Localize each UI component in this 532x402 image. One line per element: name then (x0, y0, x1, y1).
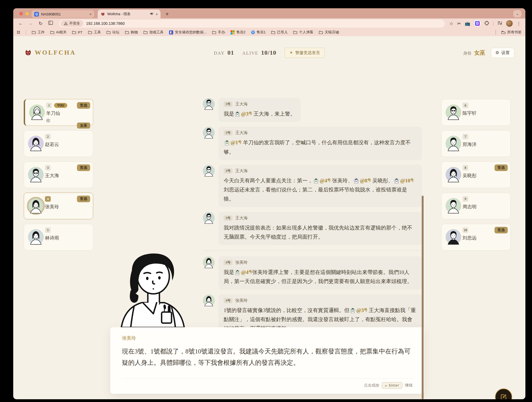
bookmark-item[interactable]: 手办 (212, 30, 225, 35)
continue-hint-suffix[interactable]: 继续 (405, 383, 413, 388)
identity-role: 女巫 (474, 49, 485, 57)
player-card-3[interactable]: 3王大海竞选 (24, 161, 93, 188)
bookmark-item[interactable]: 工作 (32, 30, 45, 35)
bookmark-item[interactable]: PT (72, 30, 82, 34)
player-name: 羊刀仙 (46, 110, 90, 116)
speech-dialog[interactable]: 张美玲 現在3號、1號都說了，8號10號還沒發言。我建議今天先聽完所有人，觀察發… (110, 327, 424, 394)
back-button[interactable]: ← (17, 21, 25, 26)
new-tab-button[interactable]: + (165, 11, 169, 17)
message-author: 张美玲 (235, 298, 248, 303)
player-name: 吴晓彤 (463, 172, 507, 179)
dialog-speaker-name: 张美玲 (122, 335, 413, 341)
chat-scrollbar[interactable] (422, 196, 424, 399)
seat-badge: 4号 (224, 260, 232, 265)
tab-search-button[interactable]: ⌄ (513, 10, 522, 17)
tab1-close-icon[interactable]: × (89, 12, 92, 16)
tab1-favicon: Q (34, 12, 39, 17)
seat-badge: 4号 (224, 298, 232, 303)
player-mention[interactable]: @8号 (353, 178, 371, 183)
settings-button[interactable]: ⚙ 设置 (491, 48, 514, 58)
tab-nas90b051[interactable]: Q NAS90B051 × (31, 10, 94, 18)
player-card-6[interactable]: 6陈宇轩 (441, 99, 511, 126)
bookmark-item[interactable]: 购物 (125, 30, 138, 35)
bookmark-item[interactable]: 游戏工具 (143, 30, 164, 35)
close-window-button[interactable] (19, 12, 23, 15)
bookmark-item[interactable]: 安全储存您的数据... (169, 30, 207, 35)
bookmark-item[interactable]: 售后2 (231, 30, 245, 35)
bookmark-label: 游戏工具 (149, 30, 164, 35)
player-card-5[interactable]: 5林诗雨 (24, 224, 93, 251)
player-mention[interactable]: @10号 (393, 178, 414, 183)
dialog-footer: 点击或按 ↵ Enter 继续 (122, 378, 413, 389)
player-card-2[interactable]: 2赵若云 (24, 130, 93, 157)
app-logo: WOLFCHA (24, 49, 76, 57)
all-bookmarks-button[interactable]: 所有书签 (501, 30, 522, 35)
extension-tv-icon[interactable]: 📺 (465, 21, 470, 26)
campaign-badge: 竞选 (77, 102, 90, 109)
player-card-4[interactable]: 4张美玲竞选 (24, 193, 93, 219)
player-card-9[interactable]: 9周志明 (441, 193, 511, 219)
you-badge: YOU (54, 103, 67, 108)
bookmark-star-icon[interactable]: ☆ (449, 21, 453, 26)
player-card-7[interactable]: 7郑海洋 (441, 130, 511, 157)
side-panel-icon[interactable] (46, 21, 55, 26)
chat-log[interactable]: 3号王大海我是@3号 王大海，来上警。3号王大海@1号 羊刀仙的发言我听了，空喊… (203, 98, 422, 337)
extension-d-icon[interactable]: D (474, 20, 481, 27)
player-card-10[interactable]: 10刘思远竞选 (441, 224, 511, 251)
not-secure-label: 不安全 (69, 21, 80, 26)
playlist-icon[interactable] (497, 21, 502, 26)
message-bubble: 3号王大海我是@3号 王大海，来上警。 (218, 98, 301, 122)
wolf-logo-icon (24, 49, 32, 57)
bookmark-item[interactable]: s售后1 (251, 30, 266, 35)
tab-audio-icon[interactable] (150, 12, 153, 16)
player-mention[interactable]: @4号 (313, 178, 331, 183)
reload-button[interactable]: ↻ (36, 21, 45, 26)
player-mention[interactable]: @3号 (349, 307, 367, 313)
extension-scissors-icon[interactable]: ✂ (457, 21, 461, 26)
compose-fab-button[interactable] (495, 388, 512, 399)
player-card-1[interactable]: 1YOU羊刀仙你竞选女巫 (24, 99, 93, 126)
apps-grid-icon[interactable] (17, 31, 20, 34)
player-card-8[interactable]: 8吴晓彤竞选 (441, 161, 511, 188)
player-name: 王大海 (45, 172, 90, 179)
message-author: 张美玲 (235, 260, 248, 265)
bookmark-item[interactable]: 已导入 (271, 30, 288, 35)
campaign-badge: 竞选 (77, 164, 90, 171)
enter-keycap[interactable]: ↵ Enter (382, 382, 402, 389)
bookmark-item[interactable]: 个人博客 (293, 30, 313, 35)
minimize-window-button[interactable] (25, 12, 29, 15)
extensions-puzzle-icon[interactable] (485, 21, 489, 26)
player-mention[interactable]: @4号 (234, 269, 252, 275)
bookmark-label: 工具 (94, 30, 101, 35)
bookmark-item[interactable]: 工具 (88, 30, 101, 35)
tab2-favicon-wolf-icon (100, 12, 105, 17)
bookmarks-bar: 工作AI相关PT工具论坛购物游戏工具安全储存您的数据...手办售后2s售后1已导… (13, 28, 525, 36)
tab1-title: NAS90B051 (41, 12, 87, 16)
player-avatar (28, 198, 44, 214)
bookmark-item[interactable]: 天猫店铺 (319, 30, 339, 35)
tab2-close-icon[interactable]: × (156, 12, 158, 16)
tab-wolfcha[interactable]: Wolfcha - 猎杀 × (98, 10, 161, 18)
player-number: 2 (45, 134, 51, 139)
player-mention[interactable]: @3号 (234, 111, 252, 117)
bookmark-item[interactable]: AI相关 (50, 30, 66, 35)
player-mention[interactable]: @1号 (224, 140, 242, 145)
address-bar[interactable]: 不安全 192.168.100.138:7860 (59, 20, 445, 28)
profile-avatar[interactable] (506, 20, 513, 27)
player-name: 周志明 (463, 204, 507, 210)
not-secure-chip[interactable]: 不安全 (61, 20, 83, 27)
browser-menu-icon[interactable]: ⋮ (517, 21, 521, 26)
player-number: 3 (45, 165, 51, 171)
bookmark-item[interactable]: 论坛 (106, 30, 119, 35)
app-title: WOLFCHA (35, 49, 76, 56)
message-author: 王大海 (235, 102, 248, 107)
player-name: 陈宇轩 (463, 110, 507, 116)
forward-button[interactable]: → (26, 21, 35, 26)
dialog-text: 現在3號、1號都說了，8號10號還沒發言。我建議今天先聽完所有人，觀察發言態度，… (122, 346, 413, 369)
url-text[interactable]: 192.168.100.138:7860 (86, 21, 125, 26)
day-label: DAY (214, 51, 225, 56)
seat-badge: 3号 (224, 130, 232, 135)
sheriff-campaign-phase-button[interactable]: ☀ 警徽竞选发言 (285, 48, 325, 58)
player-number: 7 (463, 134, 468, 139)
message-avatar (203, 127, 215, 139)
